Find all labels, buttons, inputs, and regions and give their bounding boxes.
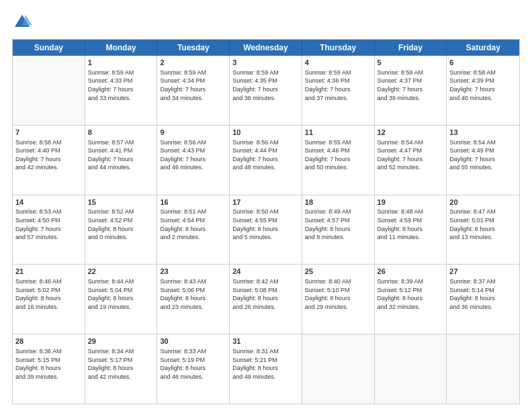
header-day-saturday: Saturday: [447, 40, 519, 56]
day-info: Sunrise: 8:50 AM Sunset: 4:55 PM Dayligh…: [232, 208, 299, 241]
page: SundayMondayTuesdayWednesdayThursdayFrid…: [0, 0, 532, 411]
cal-cell: 12Sunrise: 8:54 AM Sunset: 4:47 PM Dayli…: [375, 126, 447, 195]
calendar: SundayMondayTuesdayWednesdayThursdayFrid…: [12, 39, 520, 404]
cal-cell: 4Sunrise: 8:59 AM Sunset: 4:36 PM Daylig…: [302, 56, 375, 125]
day-info: Sunrise: 8:59 AM Sunset: 4:35 PM Dayligh…: [232, 68, 299, 102]
day-number: 12: [378, 128, 444, 138]
day-number: 14: [15, 197, 82, 208]
day-number: 15: [88, 197, 154, 208]
cal-cell: [13, 56, 85, 125]
cal-cell: 27Sunrise: 8:37 AM Sunset: 5:14 PM Dayli…: [447, 265, 519, 334]
day-number: 7: [15, 128, 82, 138]
cal-cell: 29Sunrise: 8:34 AM Sunset: 5:17 PM Dayli…: [85, 334, 158, 404]
day-info: Sunrise: 8:58 AM Sunset: 4:37 PM Dayligh…: [378, 68, 444, 102]
day-number: 20: [449, 197, 517, 208]
cal-cell: 21Sunrise: 8:46 AM Sunset: 5:02 PM Dayli…: [13, 265, 85, 334]
cal-cell: 2Sunrise: 8:59 AM Sunset: 4:34 PM Daylig…: [157, 56, 230, 125]
day-info: Sunrise: 8:46 AM Sunset: 5:02 PM Dayligh…: [15, 277, 82, 311]
header-day-sunday: Sunday: [13, 40, 85, 56]
cal-cell: 24Sunrise: 8:42 AM Sunset: 5:08 PM Dayli…: [230, 265, 302, 334]
day-info: Sunrise: 8:54 AM Sunset: 4:47 PM Dayligh…: [378, 138, 444, 172]
day-number: 22: [88, 267, 154, 277]
day-info: Sunrise: 8:52 AM Sunset: 4:52 PM Dayligh…: [88, 208, 154, 241]
day-info: Sunrise: 8:54 AM Sunset: 4:49 PM Dayligh…: [449, 138, 517, 172]
cal-cell: 7Sunrise: 8:58 AM Sunset: 4:40 PM Daylig…: [13, 126, 85, 195]
day-number: 16: [160, 197, 226, 208]
day-number: 23: [160, 267, 226, 277]
cal-cell: 8Sunrise: 8:57 AM Sunset: 4:41 PM Daylig…: [85, 126, 158, 195]
day-number: 6: [449, 58, 517, 68]
logo: [12, 12, 35, 32]
cal-cell: 1Sunrise: 8:59 AM Sunset: 4:33 PM Daylig…: [85, 56, 158, 125]
header-day-monday: Monday: [85, 40, 158, 56]
day-number: 2: [160, 58, 226, 68]
day-info: Sunrise: 8:33 AM Sunset: 5:19 PM Dayligh…: [160, 347, 226, 381]
cal-cell: 15Sunrise: 8:52 AM Sunset: 4:52 PM Dayli…: [85, 195, 158, 265]
day-number: 27: [449, 267, 517, 277]
day-number: 18: [305, 197, 371, 208]
day-info: Sunrise: 8:47 AM Sunset: 5:01 PM Dayligh…: [449, 208, 517, 241]
calendar-row-2: 14Sunrise: 8:53 AM Sunset: 4:50 PM Dayli…: [13, 195, 519, 265]
day-info: Sunrise: 8:56 AM Sunset: 4:43 PM Dayligh…: [160, 138, 226, 172]
day-number: 1: [88, 58, 154, 68]
cal-cell: 9Sunrise: 8:56 AM Sunset: 4:43 PM Daylig…: [157, 126, 230, 195]
cal-cell: 13Sunrise: 8:54 AM Sunset: 4:49 PM Dayli…: [447, 126, 519, 195]
day-number: 31: [232, 336, 299, 347]
day-number: 9: [160, 128, 226, 138]
day-number: 21: [15, 267, 82, 277]
day-info: Sunrise: 8:31 AM Sunset: 5:21 PM Dayligh…: [232, 347, 299, 381]
day-info: Sunrise: 8:58 AM Sunset: 4:39 PM Dayligh…: [449, 68, 517, 102]
day-number: 24: [232, 267, 299, 277]
day-info: Sunrise: 8:56 AM Sunset: 4:44 PM Dayligh…: [232, 138, 299, 172]
calendar-row-0: 1Sunrise: 8:59 AM Sunset: 4:33 PM Daylig…: [13, 56, 519, 125]
cal-cell: 5Sunrise: 8:58 AM Sunset: 4:37 PM Daylig…: [375, 56, 447, 125]
header-day-tuesday: Tuesday: [157, 40, 230, 56]
calendar-row-1: 7Sunrise: 8:58 AM Sunset: 4:40 PM Daylig…: [13, 125, 519, 195]
calendar-row-3: 21Sunrise: 8:46 AM Sunset: 5:02 PM Dayli…: [13, 264, 519, 334]
day-info: Sunrise: 8:39 AM Sunset: 5:12 PM Dayligh…: [378, 277, 444, 311]
day-info: Sunrise: 8:59 AM Sunset: 4:36 PM Dayligh…: [305, 68, 371, 102]
header-day-friday: Friday: [375, 40, 447, 56]
day-number: 4: [305, 58, 371, 68]
cal-cell: 26Sunrise: 8:39 AM Sunset: 5:12 PM Dayli…: [375, 265, 447, 334]
cal-cell: [375, 334, 447, 404]
day-info: Sunrise: 8:57 AM Sunset: 4:41 PM Dayligh…: [88, 138, 154, 172]
cal-cell: 3Sunrise: 8:59 AM Sunset: 4:35 PM Daylig…: [230, 56, 302, 125]
day-info: Sunrise: 8:43 AM Sunset: 5:06 PM Dayligh…: [160, 277, 226, 311]
day-info: Sunrise: 8:59 AM Sunset: 4:33 PM Dayligh…: [88, 68, 154, 102]
logo-icon: [12, 12, 32, 32]
day-info: Sunrise: 8:58 AM Sunset: 4:40 PM Dayligh…: [15, 138, 82, 172]
cal-cell: [302, 334, 375, 404]
cal-cell: 20Sunrise: 8:47 AM Sunset: 5:01 PM Dayli…: [447, 195, 519, 265]
header-day-wednesday: Wednesday: [230, 40, 302, 56]
day-info: Sunrise: 8:44 AM Sunset: 5:04 PM Dayligh…: [88, 277, 154, 311]
day-number: 28: [15, 336, 82, 347]
day-number: 5: [378, 58, 444, 68]
day-number: 29: [88, 336, 154, 347]
cal-cell: 11Sunrise: 8:55 AM Sunset: 4:46 PM Dayli…: [302, 126, 375, 195]
day-number: 13: [449, 128, 517, 138]
cal-cell: 31Sunrise: 8:31 AM Sunset: 5:21 PM Dayli…: [230, 334, 302, 404]
day-number: 8: [88, 128, 154, 138]
cal-cell: 6Sunrise: 8:58 AM Sunset: 4:39 PM Daylig…: [447, 56, 519, 125]
cal-cell: 18Sunrise: 8:49 AM Sunset: 4:57 PM Dayli…: [302, 195, 375, 265]
day-info: Sunrise: 8:37 AM Sunset: 5:14 PM Dayligh…: [449, 277, 517, 311]
cal-cell: 25Sunrise: 8:40 AM Sunset: 5:10 PM Dayli…: [302, 265, 375, 334]
day-number: 10: [232, 128, 299, 138]
cal-cell: 16Sunrise: 8:51 AM Sunset: 4:54 PM Dayli…: [157, 195, 230, 265]
cal-cell: 23Sunrise: 8:43 AM Sunset: 5:06 PM Dayli…: [157, 265, 230, 334]
header: [12, 12, 520, 32]
cal-cell: 30Sunrise: 8:33 AM Sunset: 5:19 PM Dayli…: [157, 334, 230, 404]
calendar-row-4: 28Sunrise: 8:36 AM Sunset: 5:15 PM Dayli…: [13, 334, 519, 404]
day-info: Sunrise: 8:49 AM Sunset: 4:57 PM Dayligh…: [305, 208, 371, 241]
day-info: Sunrise: 8:42 AM Sunset: 5:08 PM Dayligh…: [232, 277, 299, 311]
calendar-header: SundayMondayTuesdayWednesdayThursdayFrid…: [13, 40, 519, 56]
cal-cell: 14Sunrise: 8:53 AM Sunset: 4:50 PM Dayli…: [13, 195, 85, 265]
day-number: 19: [378, 197, 444, 208]
day-info: Sunrise: 8:55 AM Sunset: 4:46 PM Dayligh…: [305, 138, 371, 172]
day-info: Sunrise: 8:53 AM Sunset: 4:50 PM Dayligh…: [15, 208, 82, 241]
cal-cell: 22Sunrise: 8:44 AM Sunset: 5:04 PM Dayli…: [85, 265, 158, 334]
cal-cell: 10Sunrise: 8:56 AM Sunset: 4:44 PM Dayli…: [230, 126, 302, 195]
cal-cell: 28Sunrise: 8:36 AM Sunset: 5:15 PM Dayli…: [13, 334, 85, 404]
day-info: Sunrise: 8:48 AM Sunset: 4:59 PM Dayligh…: [378, 208, 444, 241]
